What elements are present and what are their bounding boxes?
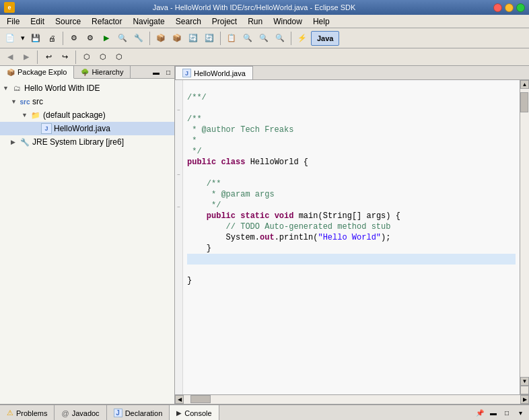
- menu-file[interactable]: File: [1, 15, 25, 28]
- left-tabs: 📦 Package Explo 🌳 Hierarchy ▬ □: [0, 66, 174, 79]
- hierarchy-icon: 🌳: [81, 69, 89, 76]
- toolbar2-btn4[interactable]: ⬡: [96, 50, 110, 65]
- console-pin-btn[interactable]: 📌: [474, 407, 486, 419]
- tab-console[interactable]: ▶ Console: [170, 405, 219, 420]
- tab-javadoc[interactable]: @ Javadoc: [55, 405, 106, 420]
- close-button[interactable]: [493, 3, 502, 12]
- maximize-button[interactable]: [516, 3, 525, 12]
- new-button[interactable]: 📄: [3, 31, 17, 46]
- toolbar-btn6[interactable]: 🔧: [131, 31, 146, 46]
- menu-source[interactable]: Source: [50, 15, 86, 28]
- fold-btn-2[interactable]: [175, 94, 182, 104]
- tree-item-project[interactable]: ▼ 🗂 Hello World With IDE: [0, 81, 174, 95]
- menu-window[interactable]: Window: [268, 15, 308, 28]
- fold-btn-11[interactable]: [175, 190, 182, 201]
- menu-navigate[interactable]: Navigate: [127, 15, 170, 28]
- menu-project[interactable]: Project: [207, 15, 242, 28]
- console-dropdown-btn[interactable]: ▾: [514, 407, 526, 419]
- menu-search[interactable]: Search: [170, 15, 207, 28]
- bottom-tab-actions: 📌 ▬ □ ▾: [474, 407, 529, 419]
- toolbar-btn13[interactable]: 🔍: [256, 31, 271, 46]
- menu-run[interactable]: Run: [242, 15, 268, 28]
- project-label: Hello World With IDE: [24, 83, 100, 93]
- fold-btn-14[interactable]: [175, 223, 182, 234]
- run-button[interactable]: ▶: [99, 31, 114, 46]
- scroll-track-h[interactable]: [184, 395, 520, 404]
- minimize-left-btn[interactable]: ▬: [150, 66, 162, 78]
- tree-item-src[interactable]: ▼ src src: [0, 95, 174, 108]
- fold-btn-16[interactable]: [175, 244, 182, 255]
- tree-item-jre[interactable]: ▶ 🔧 JRE System Library [jre6]: [0, 135, 174, 149]
- tree-item-helloworld[interactable]: J HelloWorld.java: [0, 122, 174, 135]
- javadoc-icon: @: [61, 409, 69, 417]
- horizontal-scrollbar[interactable]: ◀ ▶: [175, 394, 529, 404]
- package-tree: ▼ 🗂 Hello World With IDE ▼ src src ▼ 📁 (…: [0, 79, 174, 404]
- toolbar-btn8[interactable]: 📦: [170, 31, 184, 46]
- code-area: − − − /**/ /** * @author Tech Freaks *: [175, 80, 529, 394]
- fold-btn-7[interactable]: [175, 147, 182, 158]
- tab-declaration[interactable]: J Declaration: [107, 405, 170, 420]
- toolbar-btn15[interactable]: ⚡: [295, 31, 310, 46]
- menu-refactor[interactable]: Refactor: [86, 15, 127, 28]
- scroll-down-btn[interactable]: ▼: [520, 377, 529, 386]
- toolbar2-btn2[interactable]: ↪: [57, 50, 72, 65]
- fold-btn-12[interactable]: −: [175, 201, 182, 212]
- java-perspective-label: Java: [317, 34, 333, 42]
- save-button[interactable]: 💾: [28, 31, 43, 46]
- fold-btn-5[interactable]: [175, 126, 182, 137]
- toolbar2-btn1[interactable]: ↩: [41, 50, 56, 65]
- tab-javadoc-label: Javadoc: [72, 409, 100, 417]
- fold-btn-4[interactable]: [175, 115, 182, 126]
- toolbar-btn5[interactable]: 🔍: [115, 31, 130, 46]
- package-icon-tree: 📁: [30, 110, 41, 120]
- tree-arrow: ▼: [3, 85, 9, 92]
- tree-item-default-package[interactable]: ▼ 📁 (default package): [0, 108, 174, 122]
- fold-btn-17[interactable]: [175, 255, 182, 266]
- toolbar-btn11[interactable]: 📋: [224, 31, 239, 46]
- console-maximize-btn[interactable]: □: [501, 407, 513, 419]
- tab-problems[interactable]: ⚠ Problems: [0, 405, 55, 420]
- scroll-thumb-v[interactable]: [520, 92, 528, 112]
- fold-btn-6[interactable]: [175, 137, 182, 147]
- new-dropdown[interactable]: ▾: [19, 31, 27, 46]
- toolbar-btn10[interactable]: 🔄: [202, 31, 217, 46]
- fold-btn-9[interactable]: −: [175, 169, 182, 180]
- toolbar-btn12[interactable]: 🔍: [240, 31, 255, 46]
- toolbar2-btn3[interactable]: ⬡: [79, 50, 94, 65]
- tab-console-label: Console: [184, 409, 211, 417]
- scroll-left-btn[interactable]: ◀: [175, 395, 184, 404]
- toolbar-btn4[interactable]: ⚙: [83, 31, 98, 46]
- editor-tab-helloworld[interactable]: J HelloWorld.java: [175, 66, 253, 79]
- toolbar-btn14[interactable]: 🔍: [273, 31, 287, 46]
- fold-btn-1[interactable]: [175, 83, 182, 94]
- code-editor[interactable]: /**/ /** * @author Tech Freaks * */ publ…: [183, 80, 520, 394]
- menu-help[interactable]: Help: [308, 15, 335, 28]
- minimize-button[interactable]: [505, 3, 514, 12]
- fold-btn-10[interactable]: [175, 180, 182, 190]
- scroll-track-v[interactable]: [520, 89, 529, 377]
- menu-edit[interactable]: Edit: [25, 15, 50, 28]
- fold-btn-8[interactable]: [175, 158, 182, 169]
- scroll-thumb-h[interactable]: [190, 395, 211, 403]
- forward-btn[interactable]: ▶: [19, 50, 34, 65]
- tab-package-explorer[interactable]: 📦 Package Explo: [0, 66, 74, 79]
- back-btn[interactable]: ◀: [3, 50, 17, 65]
- fold-btn-15[interactable]: [175, 234, 182, 244]
- tab-hierarchy[interactable]: 🌳 Hierarchy: [74, 66, 131, 78]
- secondary-toolbar: ◀ ▶ ↩ ↪ ⬡ ⬡ ⬡: [0, 48, 529, 66]
- fold-btn-13[interactable]: [175, 212, 182, 223]
- toolbar-btn7[interactable]: 📦: [153, 31, 168, 46]
- toolbar-btn3[interactable]: ⚙: [67, 31, 81, 46]
- maximize-left-btn[interactable]: □: [162, 66, 174, 78]
- bottom-panel: ⚠ Problems @ Javadoc J Declaration ▶ Con…: [0, 404, 529, 420]
- fold-btn-3[interactable]: −: [175, 104, 182, 115]
- vertical-scrollbar[interactable]: ▲ ▼: [520, 80, 529, 394]
- toolbar2-btn5[interactable]: ⬡: [112, 50, 127, 65]
- print-button[interactable]: 🖨: [44, 31, 59, 46]
- java-perspective-btn[interactable]: Java: [311, 31, 339, 46]
- scroll-up-btn[interactable]: ▲: [520, 80, 529, 89]
- toolbar-btn9[interactable]: 🔄: [186, 31, 201, 46]
- console-minimize-btn[interactable]: ▬: [487, 407, 499, 419]
- scroll-right-btn[interactable]: ▶: [520, 395, 529, 404]
- jre-icon: 🔧: [20, 137, 30, 147]
